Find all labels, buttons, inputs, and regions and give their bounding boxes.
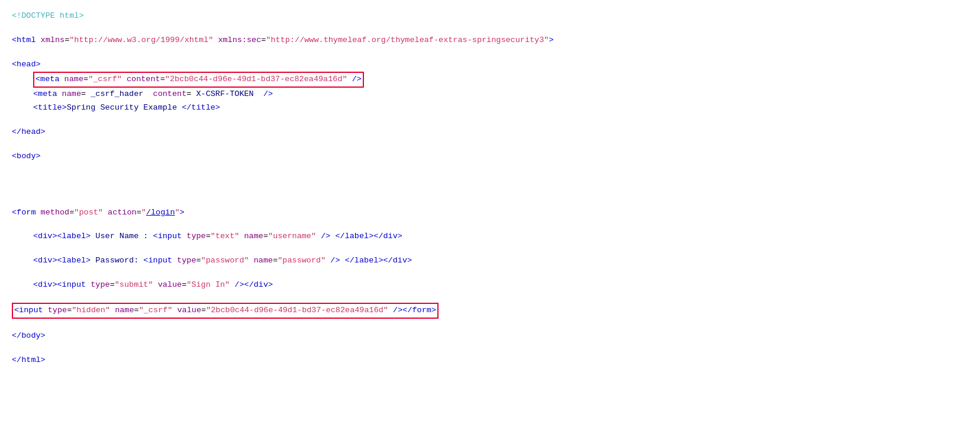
- code-line: <div><label> Password: <input type="pass…: [12, 254, 968, 268]
- code-line: <body>: [12, 150, 968, 164]
- code-token: "hidden": [72, 306, 110, 315]
- code-token: method: [41, 206, 70, 220]
- code-line: [12, 219, 968, 230]
- code-token: value: [158, 278, 182, 292]
- code-token: "2bcb0c44-d96e-49d1-bd37-ec82ea49a16d": [165, 75, 347, 84]
- code-token: =: [263, 230, 268, 243]
- code-line: <form method="post" action="/login">: [12, 206, 968, 220]
- code-token: </body>: [12, 329, 46, 343]
- code-line: [12, 185, 968, 196]
- code-token: "submit": [115, 278, 153, 292]
- code-token: ": [141, 206, 146, 220]
- code-token: <title>: [33, 101, 67, 115]
- code-token: [388, 306, 393, 315]
- code-token: User Name :: [91, 230, 153, 243]
- code-token: <html: [12, 34, 41, 47]
- code-token: "http://www.thymeleaf.org/thymeleaf-extr…: [266, 34, 549, 47]
- code-token: <label>: [57, 254, 91, 268]
- code-token: "_csrf": [139, 306, 173, 315]
- code-token: </div>: [244, 278, 273, 292]
- code-token: =: [160, 75, 165, 84]
- code-line: [12, 343, 968, 354]
- code-token: =: [69, 206, 74, 220]
- code-token: =: [83, 75, 88, 84]
- highlighted-line: <input type="hidden" name="_csrf" value=…: [12, 303, 439, 319]
- code-line: <head>: [12, 58, 968, 72]
- code-token: [153, 278, 158, 292]
- code-token: <head>: [12, 58, 41, 72]
- code-line: <html xmlns="http://www.w3.org/1999/xhtm…: [12, 34, 968, 47]
- code-token: "text": [211, 230, 240, 243]
- code-token: <div>: [33, 230, 57, 243]
- code-token: action: [108, 206, 137, 220]
- code-token: =: [261, 34, 266, 47]
- code-line: [12, 164, 968, 174]
- code-line: <div><input type="submit" value="Sign In…: [12, 278, 968, 292]
- code-token: [213, 34, 218, 47]
- code-token: value: [178, 306, 202, 315]
- code-token: xmlns:sec: [218, 34, 261, 47]
- code-line: <input type="hidden" name="_csrf" value=…: [12, 303, 968, 319]
- code-token: "password": [278, 254, 325, 268]
- code-token: </div>: [383, 254, 412, 268]
- code-line: </html>: [12, 354, 968, 367]
- code-token: =: [137, 206, 141, 220]
- code-token: =: [273, 254, 278, 268]
- code-token: />: [393, 306, 402, 315]
- code-token: "username": [268, 230, 316, 243]
- code-line: [12, 196, 968, 206]
- code-token: "password": [201, 254, 249, 268]
- code-line: </head>: [12, 126, 968, 139]
- code-token: <input: [143, 254, 177, 268]
- code-token: "post": [74, 206, 103, 220]
- highlighted-line: <meta name="_csrf" content="2bcb0c44-d96…: [33, 72, 364, 88]
- code-token: content: [153, 88, 187, 101]
- code-token: [143, 88, 153, 101]
- code-line: [12, 319, 968, 329]
- code-line: [12, 268, 968, 278]
- code-view: <!DOCTYPE html><html xmlns="http://www.w…: [12, 9, 968, 367]
- code-token: >: [549, 34, 553, 47]
- code-token: =: [110, 278, 115, 292]
- code-token: type: [186, 230, 205, 243]
- code-line: <meta name="_csrf" content="2bcb0c44-d96…: [12, 72, 968, 88]
- code-token: name: [62, 88, 81, 101]
- code-line: [12, 139, 968, 150]
- code-token: =: [182, 278, 186, 292]
- code-token: <div>: [33, 278, 57, 292]
- code-line: [12, 23, 968, 34]
- code-token: [254, 88, 263, 101]
- code-token: =: [65, 34, 69, 47]
- code-token: X-CSRF-TOKEN: [196, 88, 253, 101]
- code-token: </form>: [402, 306, 436, 315]
- code-token: _csrf_hader: [91, 88, 143, 101]
- code-token: </html>: [12, 354, 46, 367]
- code-token: "Sign In": [186, 278, 230, 292]
- code-token: name: [244, 230, 263, 243]
- code-token: />: [321, 230, 330, 243]
- code-token: [249, 254, 254, 268]
- code-token: =: [196, 254, 201, 268]
- code-token: <input: [14, 306, 48, 315]
- code-token: <meta: [36, 75, 65, 84]
- code-line: [12, 174, 968, 185]
- code-token: [325, 254, 330, 268]
- code-token: <input: [57, 278, 91, 292]
- code-token: <input: [153, 230, 187, 243]
- code-token: /login: [146, 206, 175, 220]
- code-line: <title>Spring Security Example </title>: [12, 101, 968, 115]
- code-token: =: [206, 230, 211, 243]
- code-token: type: [177, 254, 196, 268]
- code-token: [230, 278, 234, 292]
- code-token: [340, 254, 345, 268]
- code-line: [12, 115, 968, 126]
- code-token: </title>: [182, 101, 220, 115]
- code-token: >: [180, 206, 185, 220]
- code-line: <div><label> User Name : <input type="te…: [12, 230, 968, 243]
- code-token: />: [330, 254, 340, 268]
- code-token: name: [115, 306, 134, 315]
- code-token: name: [65, 75, 83, 84]
- code-token: [103, 206, 108, 220]
- code-line: <!DOCTYPE html>: [12, 9, 968, 23]
- code-token: <label>: [57, 230, 91, 243]
